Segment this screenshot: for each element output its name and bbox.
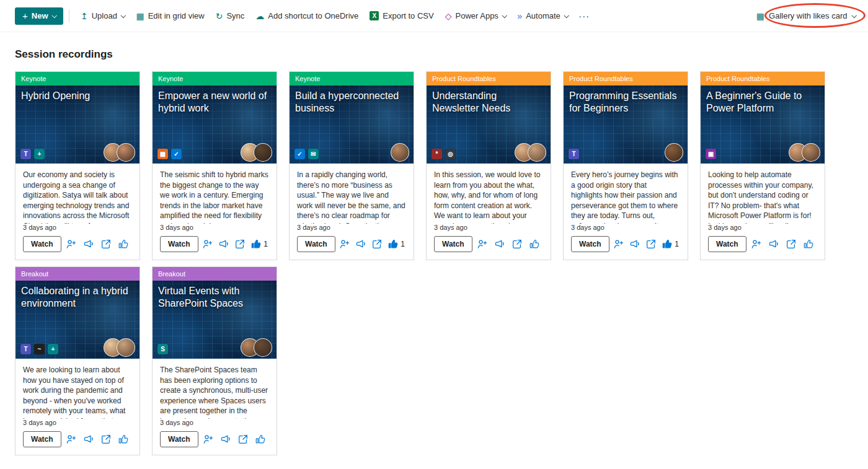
- card-actions: Watch: [153, 431, 277, 455]
- category-badge: Breakout: [16, 267, 140, 281]
- like-button[interactable]: [802, 237, 817, 251]
- export-csv-button[interactable]: X Export to CSV: [364, 6, 439, 26]
- person-add-icon: [477, 239, 488, 250]
- power-apps-button[interactable]: ◇ Power Apps: [440, 6, 512, 26]
- upload-button[interactable]: ↥ Upload: [75, 6, 130, 26]
- watch-button[interactable]: Watch: [297, 236, 335, 252]
- chevron-down-icon: [51, 13, 56, 18]
- shield-app-icon: +: [48, 344, 58, 354]
- person-add-icon: [203, 434, 214, 445]
- megaphone-icon: [218, 239, 229, 250]
- card-thumbnail: Empower a new world of hybrid work ▦✓: [153, 85, 277, 164]
- card-actions: Watch: [16, 431, 140, 455]
- edit-grid-view-button[interactable]: ▦ Edit in grid view: [130, 6, 210, 26]
- page-title: Session recordings: [15, 48, 853, 61]
- pinwheel-app-icon: *: [432, 149, 442, 159]
- thumb-up-icon: [255, 434, 266, 445]
- card-description: Our economy and society is undergoing a …: [16, 164, 140, 224]
- promote-button[interactable]: [493, 237, 507, 251]
- follow-button[interactable]: [201, 237, 215, 251]
- promote-button[interactable]: [82, 237, 95, 251]
- follow-button[interactable]: [64, 432, 78, 446]
- card-actions: Watch: [701, 236, 825, 260]
- card-thumbnail: Collaborating in a hybrid environment T~…: [16, 281, 140, 359]
- share-button[interactable]: [370, 237, 384, 251]
- promote-button[interactable]: [628, 237, 642, 251]
- watch-button[interactable]: Watch: [160, 431, 198, 447]
- like-button[interactable]: [528, 237, 543, 251]
- follow-button[interactable]: [750, 237, 763, 251]
- automate-button[interactable]: » Automate: [512, 6, 574, 26]
- promote-button[interactable]: [354, 237, 368, 251]
- like-button[interactable]: 1: [386, 237, 406, 251]
- like-button[interactable]: [117, 432, 132, 446]
- avatar-group: [794, 143, 820, 162]
- watch-button[interactable]: Watch: [160, 236, 198, 252]
- share-icon: [100, 239, 112, 250]
- category-label: Keynote: [295, 75, 320, 82]
- share-button[interactable]: [644, 237, 658, 251]
- app-icon-row: ▦✓: [157, 149, 182, 159]
- promote-button[interactable]: [219, 432, 232, 446]
- like-button[interactable]: [117, 237, 132, 251]
- card-actions: Watch: [153, 236, 277, 260]
- follow-button[interactable]: [338, 237, 352, 251]
- share-button[interactable]: [784, 237, 798, 251]
- watch-button[interactable]: Watch: [708, 236, 746, 252]
- thumb-up-icon: [118, 434, 129, 445]
- megaphone-icon: [629, 239, 640, 250]
- avatar-group: [396, 143, 409, 162]
- more-commands-button[interactable]: ···: [574, 11, 595, 21]
- share-icon: [371, 239, 383, 250]
- share-button[interactable]: [99, 432, 113, 446]
- sync-button[interactable]: ↻ Sync: [210, 6, 250, 26]
- command-label: Automate: [526, 11, 560, 20]
- share-button[interactable]: [510, 237, 524, 251]
- promote-button[interactable]: [767, 237, 781, 251]
- session-card: Keynote Hybrid Opening T+ Our economy an…: [15, 71, 140, 260]
- like-button[interactable]: 1: [249, 237, 269, 251]
- thumb-up-icon: [118, 239, 129, 250]
- thumb-up-icon: [662, 239, 673, 250]
- app-icon-row: ▣: [706, 149, 716, 159]
- card-age: 3 days ago: [153, 224, 277, 236]
- megaphone-icon: [220, 434, 231, 445]
- session-card: Keynote Empower a new world of hybrid wo…: [152, 71, 277, 260]
- follow-button[interactable]: [202, 432, 215, 446]
- share-button[interactable]: [233, 237, 247, 251]
- card-grid: Keynote Hybrid Opening T+ Our economy an…: [15, 71, 839, 455]
- avatar: [802, 143, 820, 162]
- toolbar-divider: [69, 9, 69, 23]
- person-add-icon: [751, 239, 762, 250]
- command-label: Upload: [92, 11, 117, 20]
- category-badge: Breakout: [153, 267, 277, 281]
- like-button[interactable]: 1: [660, 237, 680, 251]
- watch-button[interactable]: Watch: [23, 431, 61, 447]
- person-add-icon: [202, 239, 213, 250]
- follow-button[interactable]: [64, 237, 78, 251]
- share-button[interactable]: [236, 432, 250, 446]
- category-badge: Product Roundtables: [701, 72, 825, 85]
- promote-button[interactable]: [217, 237, 231, 251]
- thumb-up-icon: [803, 239, 814, 250]
- promote-button[interactable]: [82, 432, 95, 446]
- share-button[interactable]: [99, 237, 113, 251]
- person-add-icon: [66, 239, 77, 250]
- watch-button[interactable]: Watch: [23, 236, 61, 252]
- view-selector[interactable]: ▦ Gallery with likes card: [753, 11, 859, 20]
- app-icon-row: ✓✉: [294, 149, 319, 159]
- follow-button[interactable]: [612, 237, 626, 251]
- watch-button[interactable]: Watch: [571, 236, 609, 252]
- signature-app-icon: ~: [34, 344, 45, 354]
- like-button[interactable]: [254, 432, 269, 446]
- megaphone-icon: [355, 239, 366, 250]
- session-card: Keynote Build a hyperconnected business …: [289, 71, 414, 260]
- card-title: Build a hyperconnected business: [295, 90, 408, 115]
- card-description: In this session, we would love to learn …: [427, 164, 551, 224]
- watch-button[interactable]: Watch: [434, 236, 472, 252]
- new-button[interactable]: + New: [15, 7, 63, 25]
- category-label: Product Roundtables: [706, 75, 770, 82]
- share-icon: [234, 239, 246, 250]
- follow-button[interactable]: [476, 237, 489, 251]
- add-shortcut-onedrive-button[interactable]: ☁ Add shortcut to OneDrive: [250, 6, 364, 26]
